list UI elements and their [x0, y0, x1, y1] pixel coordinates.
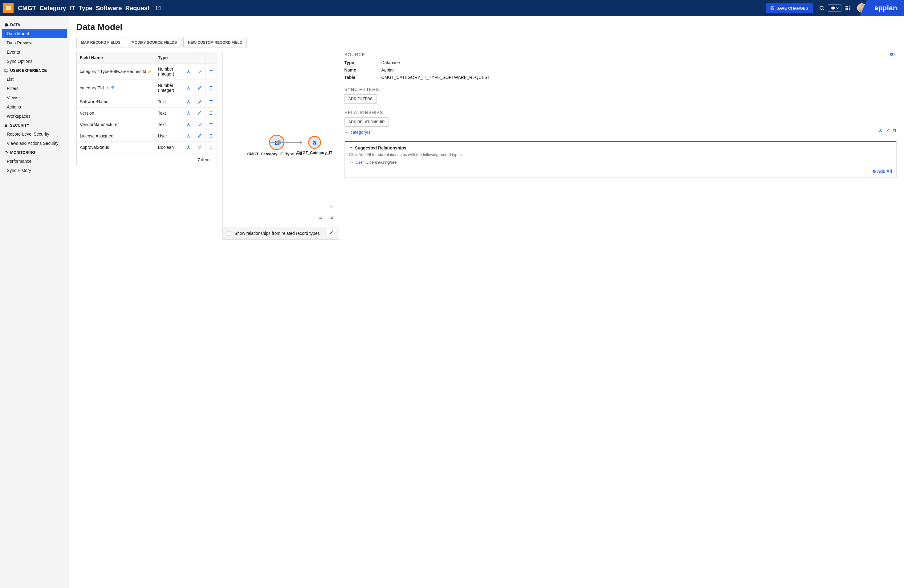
relationship-delete-icon[interactable]: [893, 128, 897, 133]
field-delete-icon[interactable]: [205, 142, 217, 153]
field-name-cell: ApprovalStatus: [77, 142, 155, 153]
field-name-cell: Version: [77, 107, 155, 119]
field-delete-icon[interactable]: [205, 80, 217, 96]
sidebar: DATA Data Model Data Preview Events Sync…: [0, 16, 69, 588]
nav-sync-history[interactable]: Sync History: [0, 166, 69, 175]
field-relations-icon[interactable]: [183, 130, 194, 141]
snowflake-icon: [106, 86, 109, 90]
diagram-fit-icon[interactable]: ⤡: [327, 202, 336, 211]
svg-point-27: [188, 112, 189, 112]
field-type-cell: User: [155, 130, 183, 141]
nav-list[interactable]: List: [0, 74, 69, 84]
svg-rect-12: [849, 9, 850, 10]
nav-workspaces[interactable]: Workspaces: [0, 112, 69, 121]
svg-rect-9: [849, 8, 850, 9]
svg-point-28: [187, 114, 188, 115]
nav-views[interactable]: Views: [0, 93, 69, 102]
field-edit-icon[interactable]: [194, 80, 205, 96]
nav-record-level-security[interactable]: Record-Level Security: [0, 130, 69, 139]
table-row: SoftwareNameText: [77, 96, 217, 107]
tab-modify-source-fields[interactable]: MODIFY SOURCE FIELDS: [127, 38, 182, 47]
add-filters-button[interactable]: ADD FILTERS: [345, 94, 376, 104]
diagram-edge-dot: [277, 140, 281, 145]
field-delete-icon[interactable]: [205, 63, 217, 79]
field-name-cell: VendorManufacturer: [77, 119, 155, 130]
svg-point-17: [148, 71, 149, 73]
source-title: SOURCE: [345, 52, 365, 57]
svg-point-37: [187, 148, 188, 149]
field-relations-icon[interactable]: [183, 96, 194, 107]
main-content: Data Model MAP RECORD FIELDS MODIFY SOUR…: [69, 16, 904, 588]
field-name-cell: categoryITTypeSoftwareRequestId: [77, 63, 155, 79]
svg-point-26: [190, 103, 190, 103]
field-relations-icon[interactable]: [183, 63, 194, 79]
field-edit-icon[interactable]: [194, 119, 205, 130]
relationship-item[interactable]: categoryIT: [345, 130, 897, 135]
svg-point-44: [879, 131, 880, 132]
add-all-button[interactable]: Add All: [349, 169, 892, 174]
table-row: categoryITTypeSoftwareRequestId Number (…: [77, 63, 217, 80]
diagram-zoom-out-icon[interactable]: [316, 213, 325, 222]
svg-point-42: [347, 132, 348, 133]
field-delete-icon[interactable]: [205, 119, 217, 130]
relationships-title: RELATIONSHIPS: [345, 110, 897, 115]
field-type-cell: Text: [155, 119, 183, 130]
fields-table: Field Name Type categoryITTypeSoftwareRe…: [76, 52, 217, 166]
monitor-icon: [4, 69, 8, 73]
nav-actions[interactable]: Actions: [0, 102, 69, 112]
diagram-expand-icon[interactable]: ⤢: [327, 228, 336, 237]
field-relations-icon[interactable]: [183, 142, 194, 153]
svg-rect-7: [846, 8, 846, 9]
nav-performance[interactable]: Performance: [0, 156, 69, 166]
diagram-node-related[interactable]: a CMGT_Category_IT: [297, 136, 332, 155]
apps-grid-icon[interactable]: [842, 2, 853, 14]
nav-data-model[interactable]: Data Model: [2, 29, 67, 38]
search-icon[interactable]: [816, 2, 828, 14]
add-relationship-button[interactable]: ADD RELATIONSHIP: [345, 117, 389, 126]
svg-rect-6: [849, 6, 850, 7]
link-icon: [111, 86, 114, 90]
nav-events[interactable]: Events: [0, 47, 69, 57]
nav-sync-options[interactable]: Sync Options: [0, 57, 69, 66]
field-edit-icon[interactable]: [194, 63, 205, 79]
external-link-icon[interactable]: [156, 6, 161, 11]
merge-icon: [349, 160, 353, 164]
right-panel: SOURCE TypeDatabase NameAppian TableCMGT…: [345, 52, 897, 178]
svg-rect-1: [6, 7, 11, 8]
field-relations-icon[interactable]: [183, 119, 194, 130]
nav-views-actions-security[interactable]: Views and Actions Security: [0, 139, 69, 148]
field-edit-icon[interactable]: [194, 96, 205, 107]
source-settings-icon[interactable]: [890, 52, 897, 56]
relationship-diagram[interactable]: a CMGT_Category_IT_Type_Sof… a CMGT_Cate…: [223, 52, 339, 240]
table-row: VersionText: [77, 107, 217, 119]
relationship-network-icon[interactable]: [879, 128, 882, 133]
relationship-edit-icon[interactable]: [885, 128, 890, 133]
chevron-down-icon: [836, 7, 839, 9]
diagram-zoom-in-icon[interactable]: [327, 213, 336, 222]
save-changes-button[interactable]: SAVE CHANGES: [766, 3, 813, 13]
field-edit-icon[interactable]: [194, 130, 205, 141]
lock-icon: [4, 123, 8, 127]
show-related-checkbox[interactable]: [227, 231, 231, 236]
field-delete-icon[interactable]: [205, 107, 217, 119]
table-row: ApprovalStatusBoolean: [77, 142, 217, 153]
field-relations-icon[interactable]: [183, 107, 194, 119]
svg-rect-8: [847, 8, 848, 9]
svg-rect-10: [846, 9, 846, 10]
suggested-user-link[interactable]: User: [356, 160, 364, 164]
field-edit-icon[interactable]: [194, 107, 205, 119]
field-relations-icon[interactable]: [183, 80, 194, 96]
nav-filters[interactable]: Filters: [0, 84, 69, 93]
svg-rect-15: [5, 125, 7, 127]
svg-point-16: [6, 153, 6, 153]
field-edit-icon[interactable]: [194, 142, 205, 153]
field-delete-icon[interactable]: [205, 130, 217, 141]
tab-new-custom-record-field[interactable]: NEW CUSTOM RECORD FIELD: [183, 38, 247, 47]
svg-point-32: [190, 125, 190, 126]
field-delete-icon[interactable]: [205, 96, 217, 107]
table-row: VendorManufacturerText: [77, 119, 217, 130]
nav-data-preview[interactable]: Data Preview: [0, 38, 69, 47]
settings-menu[interactable]: [829, 2, 841, 14]
svg-point-21: [188, 86, 189, 87]
tab-map-record-fields[interactable]: MAP RECORD FIELDS: [76, 38, 125, 47]
